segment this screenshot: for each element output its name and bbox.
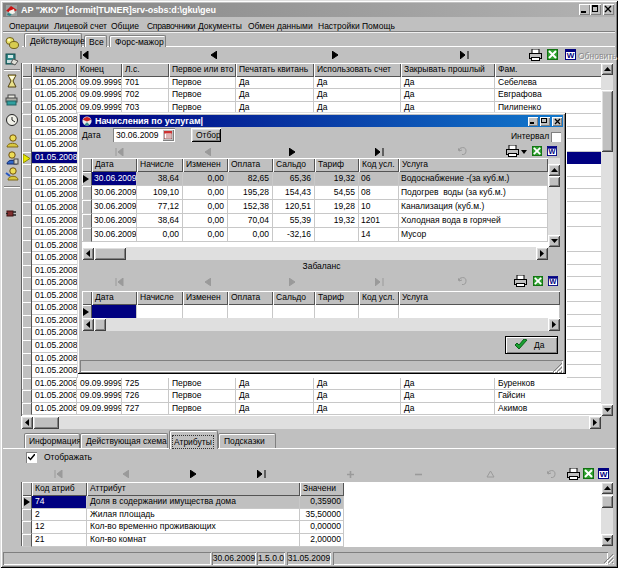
svg-text:W: W — [549, 147, 556, 156]
svg-text:W: W — [600, 470, 608, 479]
svg-text:W: W — [567, 51, 575, 60]
svg-text:W: W — [550, 277, 557, 286]
